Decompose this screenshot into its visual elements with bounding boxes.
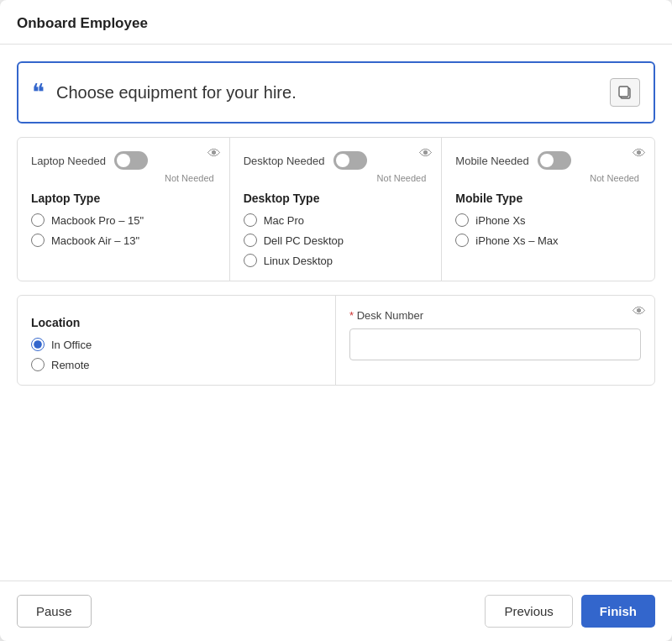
modal-title: Onboard Employee	[17, 15, 148, 31]
laptop-option-1-label: Macbook Pro – 15"	[51, 214, 144, 227]
equipment-grid: Laptop Needed Not Needed 👁 Laptop Type M…	[18, 138, 654, 281]
laptop-slider	[114, 151, 148, 170]
laptop-radio-1[interactable]	[31, 213, 45, 227]
mobile-slider	[538, 151, 571, 170]
location-radio-remote[interactable]	[31, 358, 45, 371]
desktop-option-2-label: Dell PC Desktop	[264, 234, 344, 247]
desktop-slider	[333, 151, 367, 170]
svg-rect-1	[619, 87, 628, 97]
laptop-column: Laptop Needed Not Needed 👁 Laptop Type M…	[18, 138, 230, 281]
desk-input[interactable]	[349, 328, 641, 360]
desktop-radio-1[interactable]	[244, 213, 257, 227]
mobile-radio-group: iPhone Xs iPhone Xs – Max	[455, 213, 641, 247]
laptop-option-1[interactable]: Macbook Pro – 15"	[31, 213, 216, 227]
location-section: 👁 Location In Office Remote	[17, 295, 655, 386]
location-radio-group: In Office Remote	[31, 338, 322, 371]
equipment-section: Laptop Needed Not Needed 👁 Laptop Type M…	[17, 137, 655, 281]
desk-column: * Desk Number	[336, 296, 654, 385]
mobile-toggle[interactable]	[538, 151, 571, 170]
desktop-toggle[interactable]	[333, 151, 367, 170]
desktop-radio-2[interactable]	[244, 234, 257, 247]
desktop-not-needed: Not Needed	[244, 173, 428, 183]
desktop-option-2[interactable]: Dell PC Desktop	[244, 234, 428, 247]
previous-button[interactable]: Previous	[485, 595, 572, 628]
mobile-not-needed: Not Needed	[455, 173, 641, 183]
location-label: Location	[31, 316, 322, 329]
location-radio-in-office[interactable]	[31, 338, 45, 351]
desktop-column: Desktop Needed Not Needed 👁 Desktop Type…	[230, 138, 443, 281]
laptop-radio-group: Macbook Pro – 15" Macbook Air – 13"	[31, 213, 216, 247]
mobile-toggle-label: Mobile Needed	[455, 155, 528, 167]
desktop-option-1[interactable]: Mac Pro	[244, 213, 428, 227]
copy-icon	[617, 85, 633, 100]
desktop-eye-icon[interactable]: 👁	[419, 146, 433, 161]
desk-label: * Desk Number	[349, 309, 641, 322]
laptop-toggle[interactable]	[114, 151, 148, 170]
mobile-option-2-label: iPhone Xs – Max	[475, 234, 558, 247]
location-remote[interactable]: Remote	[31, 358, 322, 371]
desktop-type-label: Desktop Type	[244, 192, 428, 205]
mobile-type-label: Mobile Type	[455, 192, 641, 205]
laptop-radio-2[interactable]	[31, 234, 45, 247]
laptop-eye-icon[interactable]: 👁	[207, 146, 221, 161]
mobile-radio-2[interactable]	[455, 234, 469, 247]
laptop-toggle-row: Laptop Needed	[31, 151, 216, 170]
laptop-option-2-label: Macbook Air – 13"	[51, 234, 139, 247]
quote-icon: ❝	[32, 81, 45, 104]
desktop-radio-3[interactable]	[244, 254, 257, 267]
location-column: Location In Office Remote	[18, 296, 336, 385]
quote-box: ❝ Choose equipment for your hire.	[17, 61, 655, 123]
desktop-toggle-label: Desktop Needed	[244, 155, 325, 167]
location-in-office-label: In Office	[51, 339, 92, 351]
desktop-radio-group: Mac Pro Dell PC Desktop Linux Desktop	[244, 213, 428, 267]
quote-inner: ❝ Choose equipment for your hire.	[32, 81, 297, 104]
modal-header: Onboard Employee	[0, 0, 672, 45]
mobile-option-1-label: iPhone Xs	[475, 214, 525, 227]
mobile-eye-icon[interactable]: 👁	[633, 146, 646, 161]
mobile-column: Mobile Needed Not Needed 👁 Mobile Type i…	[442, 138, 654, 281]
location-eye-icon[interactable]: 👁	[633, 304, 646, 319]
quote-text: Choose equipment for your hire.	[56, 83, 297, 102]
copy-button[interactable]	[610, 78, 640, 107]
mobile-option-1[interactable]: iPhone Xs	[455, 213, 641, 227]
modal-footer: Pause Previous Finish	[0, 581, 672, 641]
location-grid: Location In Office Remote	[18, 296, 654, 385]
finish-button[interactable]: Finish	[581, 595, 655, 628]
mobile-toggle-row: Mobile Needed	[455, 151, 641, 170]
desktop-option-3[interactable]: Linux Desktop	[244, 254, 428, 267]
modal-body: ❝ Choose equipment for your hire. Laptop…	[0, 45, 672, 581]
modal: Onboard Employee ❝ Choose equipment for …	[0, 0, 672, 641]
desktop-option-3-label: Linux Desktop	[264, 255, 333, 267]
mobile-option-2[interactable]: iPhone Xs – Max	[455, 234, 641, 247]
desk-label-text: Desk Number	[357, 309, 423, 322]
laptop-option-2[interactable]: Macbook Air – 13"	[31, 234, 216, 247]
location-remote-label: Remote	[51, 359, 90, 371]
desktop-option-1-label: Mac Pro	[264, 214, 304, 227]
laptop-type-label: Laptop Type	[31, 192, 216, 205]
desktop-toggle-row: Desktop Needed	[244, 151, 428, 170]
location-in-office[interactable]: In Office	[31, 338, 322, 351]
mobile-radio-1[interactable]	[455, 213, 469, 227]
pause-button[interactable]: Pause	[17, 595, 92, 628]
footer-btn-group: Previous Finish	[485, 595, 655, 628]
required-star: *	[349, 309, 354, 322]
laptop-not-needed: Not Needed	[31, 173, 216, 183]
laptop-toggle-label: Laptop Needed	[31, 155, 106, 167]
